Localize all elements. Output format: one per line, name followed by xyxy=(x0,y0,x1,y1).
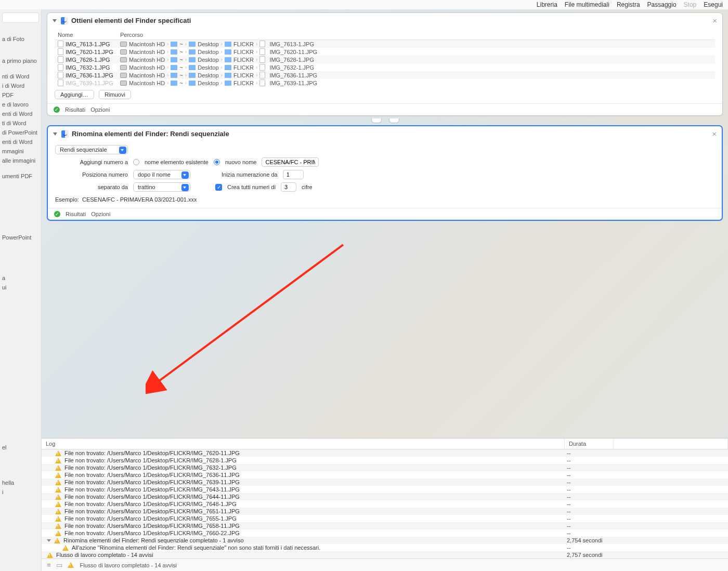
disclosure-triangle-icon[interactable] xyxy=(47,539,51,542)
sidebar-item[interactable]: a xyxy=(2,273,39,283)
menu-registra[interactable]: Registra xyxy=(617,1,640,8)
log-row[interactable]: File non trovato: /Users/Marco 1/Desktop… xyxy=(42,449,728,457)
document-icon xyxy=(259,41,265,47)
table-row[interactable]: IMG_7620-11.JPGMacintosh HD›~›Desktop›FL… xyxy=(55,48,715,56)
log-row[interactable]: File non trovato: /Users/Marco 1/Desktop… xyxy=(42,457,728,464)
flow-view-icon[interactable]: ▭ xyxy=(56,561,62,569)
folder-icon xyxy=(189,73,196,78)
log-row[interactable]: File non trovato: /Users/Marco 1/Desktop… xyxy=(42,515,728,522)
results-tab[interactable]: Risultati xyxy=(65,107,85,113)
log-row[interactable]: File non trovato: /Users/Marco 1/Desktop… xyxy=(42,500,728,508)
table-row[interactable]: IMG_7639-11.JPGMacintosh HD›~›Desktop›FL… xyxy=(55,79,715,87)
menu-esegui[interactable]: Esegui xyxy=(704,1,723,8)
rename-mode-select[interactable]: Rendi sequenziale xyxy=(55,145,128,154)
document-icon xyxy=(58,56,63,63)
sidebar-item[interactable]: ui xyxy=(2,283,39,292)
log-row[interactable]: File non trovato: /Users/Marco 1/Desktop… xyxy=(42,464,728,471)
log-header-durata[interactable]: Durata xyxy=(565,439,614,449)
sidebar-item[interactable]: enti di Word xyxy=(2,109,39,118)
log-duration: -- xyxy=(565,515,614,522)
separator-select[interactable]: trattino xyxy=(133,182,190,192)
new-name-input[interactable] xyxy=(262,157,319,167)
path-breadcrumb: Macintosh HD›~›Desktop›FLICKR›IMG_7639-1… xyxy=(120,79,712,86)
log-message: All'azione "Rinomina elementi del Finder… xyxy=(72,545,320,551)
sidebar-item[interactable]: PDF xyxy=(2,90,39,100)
log-duration: 2,754 secondi xyxy=(565,537,614,544)
close-icon[interactable]: × xyxy=(712,129,717,138)
log-row[interactable]: All'azione "Rinomina elementi del Finder… xyxy=(42,544,728,551)
sidebar-item[interactable]: i xyxy=(2,487,39,497)
log-row[interactable]: File non trovato: /Users/Marco 1/Desktop… xyxy=(42,493,728,500)
menu-libreria[interactable]: Libreria xyxy=(537,1,557,8)
position-label: Posiziona numero xyxy=(55,171,128,178)
action-title: Ottieni elementi del Finder specificati xyxy=(71,17,191,24)
column-nome[interactable]: Nome xyxy=(55,30,117,40)
log-row[interactable]: File non trovato: /Users/Marco 1/Desktop… xyxy=(42,486,728,493)
log-row[interactable]: File non trovato: /Users/Marco 1/Desktop… xyxy=(42,508,728,515)
table-row[interactable]: IMG_7632-1.JPGMacintosh HD›~›Desktop›FLI… xyxy=(55,63,715,71)
sidebar-item[interactable]: PowerPoint xyxy=(2,233,39,242)
radio-existing-name[interactable] xyxy=(133,159,139,165)
menu-stop: Stop xyxy=(684,1,697,8)
digits-checkbox[interactable]: ✓ xyxy=(215,184,222,191)
action-rename-finder-items[interactable]: Rinomina elementi del Finder: Rendi sequ… xyxy=(47,125,723,221)
position-select[interactable]: dopo il nome xyxy=(133,170,190,179)
sidebar-item[interactable]: a di Foto xyxy=(2,34,39,44)
log-duration: -- xyxy=(565,464,614,471)
log-row[interactable]: File non trovato: /Users/Marco 1/Desktop… xyxy=(42,529,728,537)
sidebar-item[interactable]: el xyxy=(2,443,39,452)
column-percorso[interactable]: Percorso xyxy=(117,30,715,40)
path-breadcrumb: Macintosh HD›~›Desktop›FLICKR›IMG_7613-1… xyxy=(120,41,712,47)
log-message: File non trovato: /Users/Marco 1/Desktop… xyxy=(64,472,240,478)
disclosure-triangle-icon[interactable] xyxy=(53,132,57,136)
sidebar-item[interactable]: e di lavoro xyxy=(2,100,39,109)
document-icon xyxy=(259,56,265,63)
log-header-log[interactable]: Log xyxy=(42,439,565,449)
document-icon xyxy=(259,64,265,71)
finder-file-table: Nome Percorso IMG_7613-1.JPGMacintosh HD… xyxy=(55,30,715,87)
action-connector xyxy=(42,119,728,122)
action-title: Rinomina elementi del Finder: Rendi sequ… xyxy=(72,130,229,138)
remove-button[interactable]: Rimuovi xyxy=(99,90,131,99)
sidebar-item[interactable]: a primo piano xyxy=(2,56,39,65)
path-breadcrumb: Macintosh HD›~›Desktop›FLICKR›IMG_7632-1… xyxy=(120,64,712,71)
status-ok-icon: ✓ xyxy=(54,211,60,217)
close-icon[interactable]: × xyxy=(712,16,717,25)
table-row[interactable]: IMG_7628-1.JPGMacintosh HD›~›Desktop›FLI… xyxy=(55,56,715,63)
warning-icon xyxy=(55,450,61,456)
log-row[interactable]: File non trovato: /Users/Marco 1/Desktop… xyxy=(42,479,728,486)
chevron-down-icon xyxy=(119,147,126,154)
log-duration: -- xyxy=(565,529,614,537)
sidebar-item[interactable]: nti di Word xyxy=(2,72,39,81)
log-row-parent[interactable]: Rinomina elementi del Finder: Rendi sequ… xyxy=(42,537,728,544)
sidebar-item[interactable]: ti di Word xyxy=(2,118,39,128)
log-row[interactable]: File non trovato: /Users/Marco 1/Desktop… xyxy=(42,522,728,529)
start-number-input[interactable] xyxy=(283,170,304,179)
add-button[interactable]: Aggiungi… xyxy=(55,90,94,99)
warning-icon xyxy=(55,523,61,529)
sidebar-item[interactable]: di PowerPoint xyxy=(2,128,39,137)
menu-passaggio[interactable]: Passaggio xyxy=(647,1,677,8)
options-tab[interactable]: Opzioni xyxy=(91,211,110,217)
results-tab[interactable]: Risultati xyxy=(66,211,86,217)
sidebar-item[interactable]: i di Word xyxy=(2,81,39,90)
list-view-icon[interactable]: ≡ xyxy=(47,561,51,569)
sidebar-item[interactable]: enti di Word xyxy=(2,137,39,147)
log-message: File non trovato: /Users/Marco 1/Desktop… xyxy=(64,464,237,471)
log-row[interactable]: File non trovato: /Users/Marco 1/Desktop… xyxy=(42,471,728,479)
sidebar-item[interactable]: mmagini xyxy=(2,147,39,156)
table-row[interactable]: IMG_7636-11.JPGMacintosh HD›~›Desktop›FL… xyxy=(55,71,715,79)
sidebar-search[interactable] xyxy=(2,12,39,23)
sidebar-item[interactable]: umenti PDF xyxy=(2,171,39,181)
sidebar-item[interactable]: hella xyxy=(2,478,39,487)
log-row-final[interactable]: Flusso di lavoro completato - 14 avvisi2… xyxy=(42,551,728,559)
digits-input[interactable] xyxy=(281,182,296,192)
radio-new-name[interactable] xyxy=(214,159,220,165)
sidebar-item[interactable]: alle immagini xyxy=(2,156,39,165)
menu-file-multimediali[interactable]: File multimediali xyxy=(565,1,609,8)
add-number-label: Aggiungi numero a xyxy=(55,159,128,165)
options-tab[interactable]: Opzioni xyxy=(90,107,110,113)
table-row[interactable]: IMG_7613-1.JPGMacintosh HD›~›Desktop›FLI… xyxy=(55,40,715,48)
disclosure-triangle-icon[interactable] xyxy=(53,19,57,22)
warning-icon xyxy=(68,562,74,568)
